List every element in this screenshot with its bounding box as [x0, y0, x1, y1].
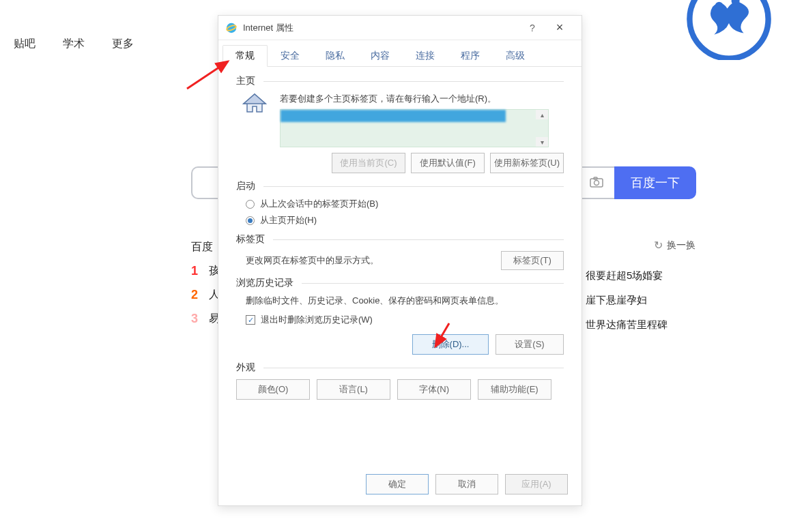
tab-privacy[interactable]: 隐私: [313, 45, 358, 67]
language-button[interactable]: 语言(L): [317, 379, 390, 400]
tab-strip: 常规 安全 隐私 内容 连接 程序 高级: [218, 40, 582, 67]
history-desc: 删除临时文件、历史记录、Cookie、保存的密码和网页表单信息。: [246, 295, 564, 307]
side-item-1[interactable]: 很要赶超5场婚宴: [586, 263, 668, 288]
nav-xueshu[interactable]: 学术: [63, 37, 85, 51]
ok-button[interactable]: 确定: [366, 474, 429, 494]
homepage-title: 主页: [236, 75, 564, 87]
tabpages-button[interactable]: 标签页(T): [501, 251, 564, 270]
svg-marker-9: [244, 94, 266, 104]
help-button[interactable]: ?: [519, 23, 546, 33]
homepage-desc: 若要创建多个主页标签页，请在每行输入一个地址(R)。: [280, 93, 564, 105]
section-tabpages: 标签页 更改网页在标签页中的显示方式。 标签页(T): [236, 233, 564, 270]
tab-connections[interactable]: 连接: [403, 45, 448, 67]
section-history: 浏览历史记录 删除临时文件、历史记录、Cookie、保存的密码和网页表单信息。 …: [236, 277, 564, 355]
camera-icon[interactable]: [590, 175, 603, 191]
hot-label: 百度: [191, 240, 220, 254]
search-button[interactable]: 百度一下: [614, 166, 696, 199]
accessibility-button[interactable]: 辅助功能(E): [478, 379, 551, 400]
tab-content[interactable]: 内容: [358, 45, 403, 67]
fonts-button[interactable]: 字体(N): [397, 379, 471, 400]
tab-advanced[interactable]: 高级: [493, 45, 538, 67]
side-item-2[interactable]: 崖下悬崖孕妇: [586, 288, 668, 312]
side-item-3[interactable]: 世界达痛苦里程碑: [586, 312, 668, 337]
nav-tieba[interactable]: 贴吧: [14, 37, 35, 51]
history-title: 浏览历史记录: [236, 277, 564, 289]
side-list: 很要赶超5场婚宴 崖下悬崖孕妇 世界达痛苦里程碑: [586, 263, 668, 337]
tabpages-desc: 更改网页在标签页中的显示方式。: [246, 254, 379, 267]
delete-button[interactable]: 删除(D)...: [412, 334, 489, 355]
section-homepage: 主页 若要创建多个主页标签页，请在每行输入一个地址(R)。 ▴ ▾ 使用当前页(…: [236, 75, 564, 173]
use-newtab-button[interactable]: 使用新标签页(U): [490, 153, 564, 173]
page-logo: [674, 0, 784, 60]
radio-selected-icon: [246, 216, 255, 225]
checkbox-checked-icon: ✓: [246, 315, 255, 325]
tab-general[interactable]: 常规: [223, 45, 268, 67]
apply-button[interactable]: 应用(A): [505, 474, 568, 494]
tabpages-title: 标签页: [236, 233, 564, 246]
radio-icon: [246, 200, 255, 209]
colors-button[interactable]: 颜色(O): [236, 379, 310, 400]
use-current-button[interactable]: 使用当前页(C): [332, 153, 405, 173]
delete-on-exit-checkbox[interactable]: ✓ 退出时删除浏览历史记录(W): [246, 314, 564, 326]
internet-properties-dialog: Internet 属性 ? × 常规 安全 隐私 内容 连接 程序 高级 主页 …: [218, 15, 582, 506]
startup-option-last[interactable]: 从上次会话中的标签页开始(B): [246, 198, 564, 210]
appearance-title: 外观: [236, 361, 564, 374]
homepage-addr-input[interactable]: ▴ ▾: [280, 109, 549, 147]
refresh-link[interactable]: 换一换: [654, 239, 695, 252]
startup-option-home[interactable]: 从主页开始(H): [246, 214, 564, 226]
svg-point-1: [715, 2, 723, 10]
nav-bar: 贴吧 学术 更多: [0, 37, 134, 51]
ie-icon: [225, 22, 238, 34]
home-icon: [242, 93, 268, 115]
section-appearance: 外观 颜色(O) 语言(L) 字体(N) 辅助功能(E): [236, 361, 564, 400]
nav-more[interactable]: 更多: [112, 37, 134, 51]
section-startup: 启动 从上次会话中的标签页开始(B) 从主页开始(H): [236, 180, 564, 226]
dialog-title: Internet 属性: [243, 22, 519, 34]
close-button[interactable]: ×: [546, 20, 573, 35]
scrollbar-down-icon[interactable]: ▾: [536, 137, 548, 147]
svg-point-4: [594, 180, 599, 185]
use-default-button[interactable]: 使用默认值(F): [411, 153, 485, 173]
tab-security[interactable]: 安全: [268, 45, 313, 67]
scrollbar-up-icon[interactable]: ▴: [536, 110, 548, 119]
tab-programs[interactable]: 程序: [448, 45, 493, 67]
startup-title: 启动: [236, 180, 564, 192]
titlebar: Internet 属性 ? ×: [218, 16, 582, 40]
dialog-footer: 确定 取消 应用(A): [366, 474, 568, 494]
cancel-button[interactable]: 取消: [435, 474, 498, 494]
hot-list: 百度 1孩 2人 3易: [191, 240, 220, 326]
settings-button[interactable]: 设置(S): [496, 334, 564, 355]
